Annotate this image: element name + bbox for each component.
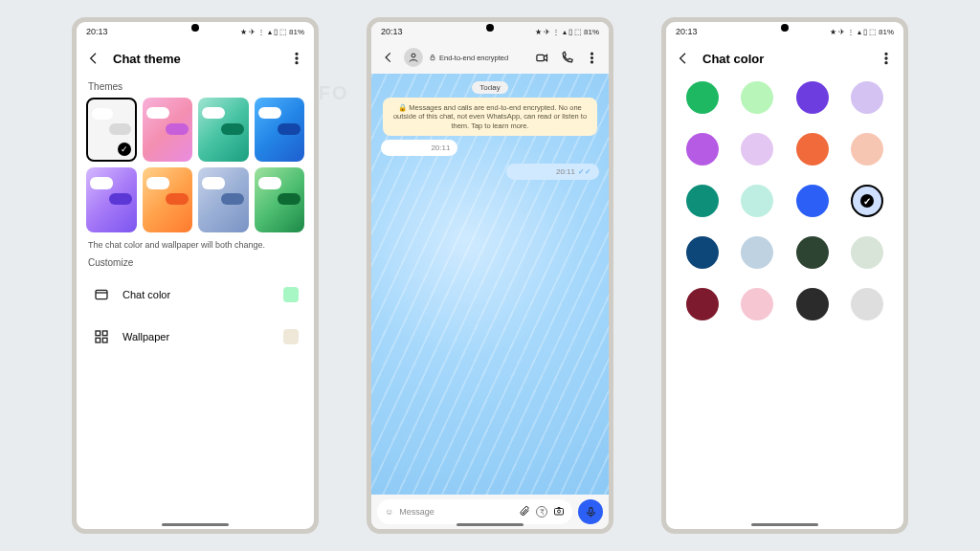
phone-chat-preview: 20:13 ★ ✈ ⋮ ▴ ▯ ⬚ 81% End-to-end encrypt… bbox=[367, 17, 613, 534]
home-indicator bbox=[162, 523, 229, 526]
status-time: 20:13 bbox=[381, 27, 403, 36]
chat-color-content bbox=[666, 76, 903, 529]
theme-hint: The chat color and wallpaper will both c… bbox=[88, 240, 302, 250]
read-ticks-icon: ✓✓ bbox=[578, 167, 591, 176]
attach-icon[interactable] bbox=[519, 505, 530, 518]
page-title: Chat color bbox=[702, 52, 867, 66]
message-input[interactable]: ☺ Message ₹ bbox=[377, 499, 572, 524]
color-dot-18[interactable] bbox=[796, 288, 829, 320]
color-dot-15[interactable] bbox=[851, 236, 883, 269]
chat-wallpaper: Today 🔒 Messages and calls are end-to-en… bbox=[371, 74, 609, 495]
theme-tile-4[interactable] bbox=[86, 167, 137, 231]
color-dot-10[interactable] bbox=[796, 185, 829, 217]
color-dot-3[interactable] bbox=[851, 81, 883, 114]
chat-header: End-to-end encrypted bbox=[371, 41, 609, 74]
color-dot-2[interactable] bbox=[796, 81, 829, 114]
app-bar: Chat theme bbox=[77, 41, 314, 76]
status-icons: ★ ✈ ⋮ ▴ ▯ ⬚ 81% bbox=[240, 28, 304, 36]
status-time: 20:13 bbox=[676, 27, 698, 36]
theme-tile-3[interactable] bbox=[255, 98, 305, 162]
color-dot-17[interactable] bbox=[741, 288, 773, 320]
wallpaper-icon bbox=[92, 327, 111, 346]
status-bar: 20:13 ★ ✈ ⋮ ▴ ▯ ⬚ 81% bbox=[371, 22, 609, 41]
front-camera bbox=[486, 24, 494, 32]
svg-rect-9 bbox=[431, 57, 434, 60]
date-chip: Today bbox=[472, 81, 507, 94]
back-icon[interactable] bbox=[379, 48, 398, 67]
theme-tile-6[interactable] bbox=[198, 167, 249, 231]
back-icon[interactable] bbox=[84, 49, 103, 68]
video-call-icon[interactable] bbox=[532, 48, 551, 67]
phone-chat-theme: 20:13 ★ ✈ ⋮ ▴ ▯ ⬚ 81% Chat theme Themes … bbox=[72, 17, 319, 534]
svg-point-0 bbox=[296, 53, 298, 55]
payment-icon[interactable]: ₹ bbox=[536, 506, 547, 518]
theme-tile-2[interactable] bbox=[198, 98, 249, 162]
status-bar: 20:13 ★ ✈ ⋮ ▴ ▯ ⬚ 81% bbox=[77, 22, 314, 41]
encryption-label[interactable]: End-to-end encrypted bbox=[429, 54, 526, 62]
color-dot-5[interactable] bbox=[741, 133, 773, 165]
color-dot-4[interactable] bbox=[686, 133, 719, 165]
color-dot-0[interactable] bbox=[686, 81, 719, 114]
camera-icon[interactable] bbox=[553, 505, 565, 518]
chat-theme-content: Themes ✓ The chat color and wallpaper wi… bbox=[77, 76, 314, 529]
wallpaper-swatch bbox=[283, 329, 299, 344]
status-icons: ★ ✈ ⋮ ▴ ▯ ⬚ 81% bbox=[830, 28, 894, 36]
color-dot-13[interactable] bbox=[741, 236, 773, 269]
more-icon[interactable] bbox=[287, 49, 306, 68]
theme-tile-0[interactable]: ✓ bbox=[86, 98, 137, 162]
svg-rect-5 bbox=[102, 331, 107, 336]
color-dot-12[interactable] bbox=[686, 236, 719, 269]
wallpaper-label: Wallpaper bbox=[122, 331, 272, 342]
svg-point-19 bbox=[885, 62, 887, 64]
svg-point-17 bbox=[885, 53, 887, 55]
svg-rect-10 bbox=[536, 55, 544, 60]
back-icon[interactable] bbox=[674, 49, 693, 68]
themes-label: Themes bbox=[88, 81, 304, 92]
svg-rect-6 bbox=[96, 338, 100, 342]
color-dot-11[interactable] bbox=[851, 185, 883, 217]
emoji-icon[interactable]: ☺ bbox=[385, 507, 393, 517]
theme-tile-5[interactable] bbox=[143, 167, 193, 231]
svg-point-11 bbox=[590, 53, 592, 55]
svg-rect-14 bbox=[555, 509, 564, 516]
mic-button[interactable] bbox=[578, 499, 603, 524]
app-bar: Chat color bbox=[666, 41, 903, 76]
color-dot-1[interactable] bbox=[741, 81, 773, 114]
color-dot-7[interactable] bbox=[851, 133, 883, 165]
color-dot-9[interactable] bbox=[741, 185, 773, 217]
more-icon[interactable] bbox=[877, 49, 896, 68]
svg-point-15 bbox=[558, 510, 561, 513]
wallpaper-row[interactable]: Wallpaper bbox=[86, 316, 304, 358]
avatar[interactable] bbox=[404, 48, 423, 67]
svg-rect-16 bbox=[589, 507, 591, 513]
phone-chat-color: 20:13 ★ ✈ ⋮ ▴ ▯ ⬚ 81% Chat color bbox=[661, 17, 908, 534]
chat-color-icon bbox=[92, 285, 111, 304]
chat-color-row[interactable]: Chat color bbox=[86, 274, 304, 316]
svg-point-13 bbox=[590, 60, 592, 62]
message-incoming[interactable]: placeholder 20:11 bbox=[381, 140, 457, 156]
status-icons: ★ ✈ ⋮ ▴ ▯ ⬚ 81% bbox=[535, 28, 599, 36]
status-bar: 20:13 ★ ✈ ⋮ ▴ ▯ ⬚ 81% bbox=[666, 22, 903, 41]
message-outgoing[interactable]: placeholder 20:11 ✓✓ bbox=[506, 164, 599, 180]
color-dot-19[interactable] bbox=[851, 288, 883, 320]
color-dot-14[interactable] bbox=[796, 236, 829, 269]
svg-point-12 bbox=[590, 56, 592, 58]
front-camera bbox=[191, 24, 199, 32]
front-camera bbox=[781, 24, 789, 32]
color-dot-8[interactable] bbox=[686, 185, 719, 217]
color-dot-16[interactable] bbox=[686, 288, 719, 320]
theme-tile-7[interactable] bbox=[255, 167, 305, 231]
page-title: Chat theme bbox=[113, 52, 278, 66]
theme-grid: ✓ bbox=[86, 98, 304, 232]
svg-point-8 bbox=[412, 54, 415, 57]
theme-tile-1[interactable] bbox=[143, 98, 193, 162]
svg-rect-3 bbox=[96, 290, 107, 298]
svg-rect-4 bbox=[96, 331, 100, 336]
encryption-banner[interactable]: 🔒 Messages and calls are end-to-end encr… bbox=[383, 98, 597, 136]
chat-color-swatch bbox=[283, 287, 299, 302]
chat-color-label: Chat color bbox=[122, 289, 272, 300]
more-icon[interactable] bbox=[582, 48, 601, 67]
voice-call-icon[interactable] bbox=[557, 48, 576, 67]
svg-rect-7 bbox=[102, 338, 107, 342]
color-dot-6[interactable] bbox=[796, 133, 829, 165]
